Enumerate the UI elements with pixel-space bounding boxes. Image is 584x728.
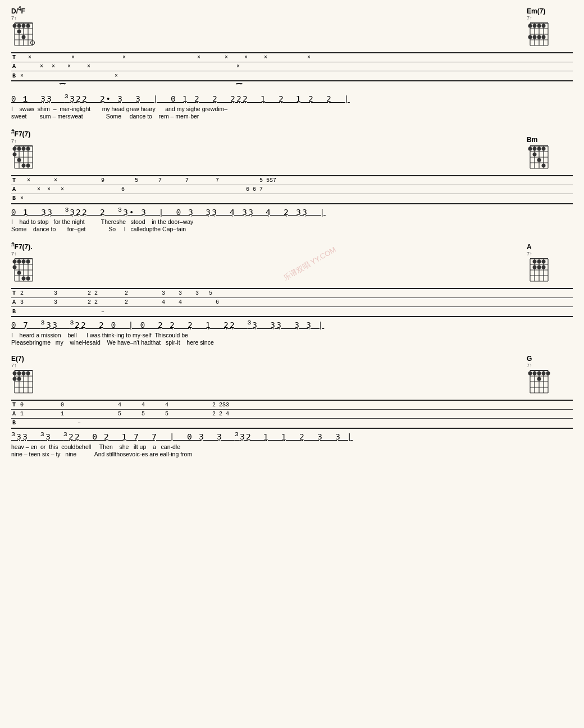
chord-f7-2-name: #F7(7). [11, 241, 35, 251]
svg-point-83 [26, 260, 30, 264]
tab-row-b3: B – [11, 307, 573, 316]
svg-point-29 [537, 24, 541, 28]
lyrics-1b: sweet sum – mersweat Some dance to rem –… [11, 113, 573, 120]
chord-d4f-name: D/4F [11, 6, 35, 15]
tab-row-t2: T × × 9 5 7 7 7 5 5S7 [11, 176, 573, 185]
svg-point-80 [13, 260, 17, 264]
chord-e7-name: E(7) [11, 355, 35, 363]
svg-point-69 [542, 163, 546, 167]
tab-row-b2: B × [11, 194, 573, 203]
tab-row-b1: B × × [11, 71, 573, 80]
svg-point-63 [528, 146, 532, 150]
chord-f7: #F7(7) 7↑ [11, 129, 35, 173]
svg-point-48 [26, 146, 30, 150]
chord-g-name: G [527, 355, 550, 363]
svg-point-98 [533, 260, 537, 264]
svg-point-46 [17, 146, 21, 150]
chord-d4f-diagram [11, 21, 35, 48]
notation-4: 33̣3̣ 33̣ 32̣2̣ 0 2̣ 1̣ 7̣ 7̣ | 0 3̣ 3̣ … [11, 431, 573, 442]
svg-point-134 [546, 371, 550, 375]
lyrics-2a: I had to stop for the night Thereshe sto… [11, 218, 573, 225]
tab-row-a2: A × × × 6 6 6 7 [11, 185, 573, 194]
svg-point-11 [17, 24, 21, 28]
svg-point-28 [533, 24, 537, 28]
svg-point-117 [26, 371, 30, 375]
watermark: 乐谱双唱 YY.COM [282, 245, 338, 283]
lyrics-4b: nine – teen six – ty nine And stillthose… [11, 451, 573, 457]
svg-point-87 [26, 277, 30, 281]
svg-point-85 [17, 271, 21, 275]
tab-staff-4: T 0 0 4 4 4 2 2S3 A 1 1 5 5 5 2 2 4 [11, 400, 573, 429]
svg-point-33 [537, 35, 541, 39]
svg-point-118 [13, 377, 17, 381]
svg-point-102 [537, 265, 541, 269]
svg-point-49 [13, 152, 17, 156]
chord-a-diagram [527, 257, 550, 283]
page: D/4F 7↑ [0, 0, 584, 728]
svg-point-116 [22, 371, 26, 375]
tab-row-t3: T 2 3 2 2 2 3 3 3 5 [11, 289, 573, 298]
svg-point-133 [542, 371, 546, 375]
svg-point-51 [22, 163, 26, 167]
chord-e7-diagram [11, 368, 35, 395]
chord-bm-name: Bm [527, 136, 550, 144]
svg-point-47 [22, 146, 26, 150]
chord-bm-diagram [527, 144, 550, 171]
svg-point-114 [13, 371, 17, 375]
lyrics-3a: I heard a mission bell I was think-ing t… [11, 332, 573, 338]
svg-point-52 [26, 163, 30, 167]
svg-point-10 [13, 24, 17, 28]
chord-f7-2: #F7(7). 7↑ [11, 241, 35, 286]
lyrics-1a: I swaw shim – mer-inglight my head grew … [11, 106, 573, 112]
section-1: D/4F 7↑ [11, 6, 573, 120]
chord-em7-diagram [527, 21, 550, 48]
svg-point-131 [533, 371, 537, 375]
svg-point-130 [528, 371, 532, 375]
lyrics-2b: Some dance to for–get So I calledupthe C… [11, 226, 573, 232]
svg-point-119 [17, 377, 21, 381]
chord-a: A 7↑ [527, 243, 550, 286]
svg-point-12 [22, 24, 26, 28]
chord-g: G 7↑ [527, 355, 550, 398]
tab-staff-3: T 2 3 2 2 2 3 3 3 5 A 3 3 2 2 2 4 4 6 B [11, 288, 573, 317]
section-2: #F7(7) 7↑ [11, 129, 573, 233]
lyrics-4a: heav – en or this couldbehell Then she i… [11, 443, 573, 450]
svg-point-103 [542, 265, 546, 269]
svg-point-14 [17, 30, 21, 34]
tab-row-a4: A 1 1 5 5 5 2 2 4 [11, 410, 573, 419]
notation-1: 0 1 3̣3̣ 33̣2̣2̣ 2̣• 3̣ 3̣ | 0 1̣ 2̣ 2̣ … [11, 93, 573, 104]
chord-em7-name: Em(7) [527, 7, 550, 15]
svg-point-15 [22, 35, 26, 39]
notation-2: 0 1̣ 3̣3̣ 33̣2̣2̣ 2̣ 33̣• 3̣ | 0 3̣ 3̣3̣… [11, 206, 573, 217]
svg-point-34 [542, 35, 546, 39]
tab-row-t4: T 0 0 4 4 4 2 2S3 [11, 401, 573, 410]
svg-point-30 [542, 24, 546, 28]
svg-point-50 [17, 158, 21, 162]
chord-e7: E(7) 7↑ [11, 355, 35, 398]
svg-point-31 [528, 35, 532, 39]
svg-point-27 [528, 24, 532, 28]
svg-point-13 [26, 24, 30, 28]
section-4: E(7) 7↑ [11, 355, 573, 457]
svg-point-84 [13, 265, 17, 269]
svg-point-86 [22, 277, 26, 281]
svg-point-32 [533, 35, 537, 39]
section-3: #F7(7). 7↑ [11, 241, 573, 346]
svg-point-65 [537, 146, 541, 150]
tab-staff-2: T × × 9 5 7 7 7 5 5S7 A × × × 6 6 6 [11, 175, 573, 204]
svg-point-100 [542, 260, 546, 264]
main-content: D/4F 7↑ [11, 6, 573, 457]
chord-a-name: A [527, 243, 550, 251]
tab-row-t1: T × × × × × × × × [11, 53, 573, 62]
svg-point-132 [537, 371, 541, 375]
svg-point-115 [17, 371, 21, 375]
svg-point-66 [542, 146, 546, 150]
chord-f7-diagram [11, 144, 35, 171]
tab-row-a3: A 3 3 2 2 2 4 4 6 [11, 298, 573, 307]
svg-point-99 [537, 260, 541, 264]
chord-d4f: D/4F 7↑ [11, 6, 35, 51]
lyrics-3b: Pleasebringme my wineHesaid We have–n't … [11, 339, 573, 346]
chord-em7: Em(7) 7↑ [527, 7, 550, 51]
svg-point-64 [533, 146, 537, 150]
svg-point-67 [533, 152, 537, 156]
